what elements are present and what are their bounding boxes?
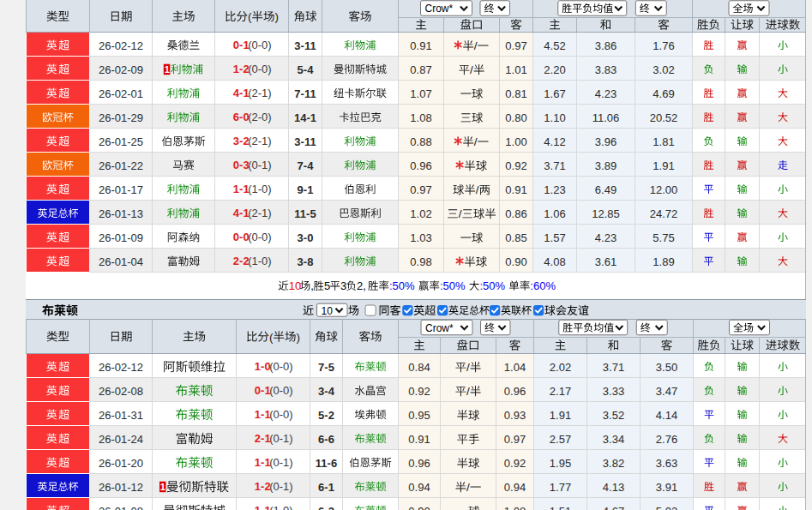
svg-text:24.72: 24.72 [650, 207, 678, 220]
svg-text:0.91: 0.91 [410, 39, 431, 52]
svg-text:1.08: 1.08 [504, 505, 526, 510]
svg-text:/: / [474, 135, 478, 148]
svg-text:3.82: 3.82 [603, 457, 624, 470]
svg-text:1: 1 [160, 482, 165, 492]
svg-text:20.52: 20.52 [650, 111, 678, 124]
svg-text:10: 10 [322, 305, 334, 317]
svg-text:3.96: 3.96 [595, 135, 617, 148]
svg-text:0.97: 0.97 [505, 39, 526, 52]
svg-text:26-02-12: 26-02-12 [99, 361, 143, 374]
svg-text:3.50: 3.50 [656, 361, 677, 374]
svg-text:3.63: 3.63 [656, 457, 677, 470]
svg-text:12.85: 12.85 [592, 207, 620, 220]
svg-text:1: 1 [165, 64, 170, 75]
svg-text:14-1: 14-1 [294, 111, 316, 124]
svg-text:0.92: 0.92 [408, 385, 430, 398]
svg-text:0.97: 0.97 [504, 433, 526, 446]
svg-text:(0-0): (0-0) [248, 63, 271, 75]
svg-text:3-0: 3-0 [298, 231, 314, 244]
svg-text:1.77: 1.77 [550, 481, 571, 494]
svg-text:26-01-12: 26-01-12 [99, 481, 143, 494]
svg-text:10: 10 [289, 279, 301, 292]
svg-text:0.88: 0.88 [410, 135, 431, 148]
svg-text:1.91: 1.91 [550, 409, 571, 422]
svg-text:0.94: 0.94 [504, 481, 526, 494]
svg-text:4.12: 4.12 [544, 135, 565, 148]
svg-text:0-1: 0-1 [255, 384, 271, 397]
svg-text:7-4: 7-4 [298, 159, 315, 172]
svg-text:0.96: 0.96 [408, 457, 430, 470]
svg-text:/: / [474, 39, 478, 52]
svg-text:6-2: 6-2 [318, 505, 334, 510]
svg-text:0-3: 0-3 [233, 159, 250, 171]
svg-text:3.89: 3.89 [595, 159, 617, 172]
svg-text:26-02-08: 26-02-08 [99, 385, 143, 398]
svg-text:3.83: 3.83 [595, 63, 617, 76]
svg-text:(0-1): (0-1) [248, 159, 271, 171]
svg-text:0.92: 0.92 [504, 457, 526, 470]
svg-text:0.90: 0.90 [408, 505, 430, 510]
svg-text::50%: :50% [479, 279, 505, 292]
svg-text:0.96: 0.96 [504, 385, 526, 398]
svg-text:): ) [275, 10, 280, 23]
svg-text:2.17: 2.17 [550, 385, 571, 398]
svg-text:/: / [466, 361, 470, 374]
svg-text:3.71: 3.71 [603, 361, 624, 374]
svg-text:4.69: 4.69 [653, 87, 674, 100]
svg-text:0.94: 0.94 [408, 481, 430, 494]
svg-text:1-1: 1-1 [255, 408, 271, 421]
svg-text:5.02: 5.02 [656, 505, 677, 510]
svg-text:9-1: 9-1 [298, 183, 314, 196]
svg-text:5-4: 5-4 [298, 63, 315, 76]
svg-text:0.91: 0.91 [408, 433, 430, 446]
svg-text:6-0: 6-0 [233, 111, 250, 123]
svg-text:26-02-12: 26-02-12 [99, 39, 143, 52]
svg-text:1.06: 1.06 [544, 207, 565, 220]
svg-text:1.89: 1.89 [653, 255, 674, 268]
svg-text:3.71: 3.71 [544, 159, 565, 172]
svg-text:0.87: 0.87 [410, 63, 431, 76]
svg-text:26-01-04: 26-01-04 [99, 255, 143, 268]
svg-text:/: / [459, 207, 462, 220]
svg-text:2.57: 2.57 [550, 433, 571, 446]
svg-text:0.92: 0.92 [505, 159, 526, 172]
svg-text:11.06: 11.06 [592, 111, 620, 124]
svg-text:(1-0): (1-0) [269, 504, 292, 510]
svg-text:(2-0): (2-0) [248, 111, 271, 123]
svg-text:1.07: 1.07 [410, 87, 431, 100]
svg-text:(2-1): (2-1) [248, 87, 271, 99]
svg-text:3.86: 3.86 [595, 39, 617, 52]
svg-text:0.93: 0.93 [504, 409, 526, 422]
svg-text:4.23: 4.23 [595, 87, 617, 100]
svg-text:1-0: 1-0 [255, 360, 271, 373]
svg-text:4-1: 4-1 [233, 207, 250, 219]
svg-text:7-11: 7-11 [294, 87, 316, 100]
svg-text:6-6: 6-6 [318, 433, 334, 446]
svg-text:1.03: 1.03 [410, 231, 431, 244]
svg-text:6-1: 6-1 [318, 481, 334, 494]
svg-text:2.76: 2.76 [656, 433, 677, 446]
svg-text:5.75: 5.75 [653, 231, 674, 244]
svg-text:3-2: 3-2 [233, 135, 250, 147]
svg-text:3-4: 3-4 [318, 385, 335, 398]
svg-text:3.52: 3.52 [603, 409, 624, 422]
svg-text:3: 3 [340, 279, 346, 292]
svg-text:4.13: 4.13 [603, 481, 624, 494]
svg-text:(0-0): (0-0) [248, 231, 271, 243]
svg-text:2-1: 2-1 [255, 432, 271, 445]
svg-text:26-01-09: 26-01-09 [99, 231, 143, 244]
svg-text:1.02: 1.02 [410, 207, 431, 220]
svg-text::50%: :50% [389, 279, 415, 292]
svg-text:/: / [476, 183, 479, 196]
svg-text:4.67: 4.67 [603, 505, 624, 510]
svg-text:1-1: 1-1 [255, 504, 271, 510]
svg-text:3.91: 3.91 [656, 481, 677, 494]
svg-text:/: / [466, 385, 470, 398]
svg-text:/: / [466, 481, 470, 494]
svg-text:0.86: 0.86 [505, 207, 526, 220]
svg-text:26-01-08: 26-01-08 [99, 505, 143, 510]
svg-text:0.96: 0.96 [410, 159, 431, 172]
svg-text:1.08: 1.08 [410, 111, 431, 124]
svg-text:1-2: 1-2 [255, 480, 271, 493]
svg-text:0.85: 0.85 [505, 231, 526, 244]
